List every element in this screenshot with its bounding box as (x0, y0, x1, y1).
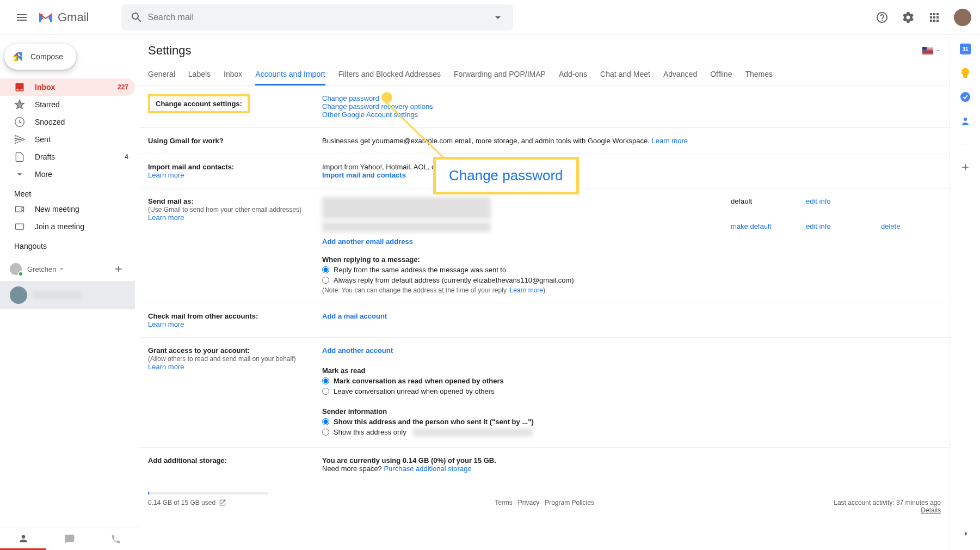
chevron-down-icon (935, 48, 941, 53)
tab-forwarding[interactable]: Forwarding and POP/IMAP (454, 64, 546, 85)
calendar-app-icon[interactable]: 31 (960, 44, 971, 54)
mark-read-radio[interactable] (322, 377, 329, 384)
activity-text: Last account activity: 37 minutes ago (834, 499, 941, 506)
nav-starred[interactable]: Starred (0, 96, 135, 113)
inbox-icon (14, 82, 25, 93)
search-options-icon[interactable] (487, 7, 509, 28)
compose-button[interactable]: Compose (4, 44, 76, 70)
apps-icon[interactable] (923, 7, 945, 28)
tab-accounts[interactable]: Accounts and Import (255, 64, 325, 85)
reply-learn-more-link[interactable]: Learn more (510, 286, 543, 294)
grant-learn-more-link[interactable]: Learn more (148, 363, 184, 371)
change-password-link[interactable]: Change password (322, 94, 379, 102)
tab-themes[interactable]: Themes (745, 64, 773, 85)
storage-used-text: 0.14 GB of 15 GB used (148, 499, 215, 514)
collapse-panel-icon[interactable] (960, 528, 971, 541)
edit-info-link[interactable]: edit info (806, 197, 831, 205)
send-learn-more-link[interactable]: Learn more (148, 213, 184, 222)
privacy-link[interactable]: Privacy (518, 499, 539, 506)
nav-sent[interactable]: Sent (0, 131, 135, 148)
compose-label: Compose (30, 52, 63, 61)
search-input[interactable] (147, 13, 487, 22)
account-avatar[interactable] (954, 9, 971, 26)
svg-rect-13 (964, 77, 967, 78)
search-icon[interactable] (126, 7, 147, 28)
tab-chat[interactable]: Chat and Meet (600, 64, 650, 85)
svg-text:31: 31 (962, 46, 969, 52)
add-contact-icon[interactable] (110, 260, 127, 278)
svg-point-14 (960, 92, 970, 102)
tab-labels[interactable]: Labels (188, 64, 211, 85)
check-label: Check mail from other accounts: (148, 312, 258, 320)
logo-text: Gmail (58, 10, 89, 25)
user-avatar (10, 263, 22, 275)
add-account-link[interactable]: Add another account (322, 346, 393, 355)
hangouts-contacts-tab[interactable] (0, 528, 46, 550)
tab-advanced[interactable]: Advanced (663, 64, 697, 85)
presence-indicator (18, 271, 23, 277)
email-redacted (322, 222, 491, 232)
external-link-icon[interactable] (219, 499, 226, 514)
add-mail-account-link[interactable]: Add a mail account (322, 312, 387, 320)
tasks-app-icon[interactable] (960, 91, 971, 102)
keep-app-icon[interactable] (960, 68, 971, 78)
edit-info-link[interactable]: edit info (806, 222, 831, 230)
default-label: default (731, 197, 752, 205)
import-learn-more-link[interactable]: Learn more (148, 171, 184, 179)
settings-icon[interactable] (897, 7, 919, 28)
import-label: Import mail and contacts: (148, 163, 234, 171)
show-both-radio[interactable] (322, 418, 329, 425)
purchase-storage-link[interactable]: Purchase additional storage (384, 465, 471, 473)
tab-inbox[interactable]: Inbox (224, 64, 242, 85)
nav-drafts[interactable]: Drafts 4 (0, 148, 135, 166)
nav-join-meeting[interactable]: Join a meeting (0, 218, 135, 235)
language-selector[interactable] (922, 47, 941, 54)
reply-always-radio[interactable] (322, 277, 329, 284)
hangouts-current-user[interactable]: Gretchen (0, 257, 135, 281)
tab-offline[interactable]: Offline (710, 64, 732, 85)
tab-filters[interactable]: Filters and Blocked Addresses (338, 64, 441, 85)
video-icon (14, 204, 25, 215)
check-learn-more-link[interactable]: Learn more (148, 320, 184, 328)
conversation-item[interactable] (0, 281, 135, 309)
add-email-link[interactable]: Add another email address (322, 237, 413, 246)
import-mail-link[interactable]: Import mail and contacts (322, 171, 406, 179)
work-learn-more-link[interactable]: Learn more (651, 137, 687, 145)
terms-link[interactable]: Terms (495, 499, 513, 506)
get-addons-icon[interactable] (960, 162, 971, 173)
highlighted-label: Change account settings: (148, 94, 250, 113)
details-link[interactable]: Details (921, 506, 941, 514)
nav-inbox[interactable]: Inbox 227 (0, 78, 135, 96)
make-default-link[interactable]: make default (731, 222, 771, 230)
nav-more[interactable]: More (0, 166, 135, 183)
delete-link[interactable]: delete (881, 222, 900, 230)
compose-icon (11, 50, 24, 63)
recovery-options-link[interactable]: Change password recovery options (322, 102, 433, 111)
address-redacted (413, 429, 533, 436)
storage-need: Need more space? (322, 465, 384, 473)
gmail-logo[interactable]: Gmail (37, 10, 89, 25)
main-menu-button[interactable] (9, 4, 35, 30)
tab-addons[interactable]: Add-ons (559, 64, 587, 85)
leave-unread-radio[interactable] (322, 388, 329, 395)
hangouts-calls-tab[interactable] (93, 528, 139, 550)
svg-rect-8 (922, 53, 933, 53)
tab-general[interactable]: General (148, 64, 175, 85)
policies-link[interactable]: Program Policies (545, 499, 594, 506)
show-only-radio[interactable] (322, 429, 329, 436)
send-label: Send mail as: (148, 197, 194, 205)
nav-snoozed[interactable]: Snoozed (0, 113, 135, 131)
other-account-settings-link[interactable]: Other Google Account settings (322, 111, 418, 119)
page-title: Settings (148, 44, 192, 58)
email-redacted (322, 197, 491, 219)
chevron-down-icon (14, 169, 25, 180)
reply-same-radio[interactable] (322, 266, 329, 273)
sender-heading: Sender information (322, 407, 387, 415)
svg-rect-1 (16, 224, 24, 229)
clock-icon (14, 117, 25, 127)
work-text: Businesses get yourname@example.com emai… (322, 137, 650, 145)
hangouts-chats-tab[interactable] (46, 528, 93, 550)
nav-new-meeting[interactable]: New meeting (0, 200, 135, 218)
contacts-app-icon[interactable] (960, 115, 971, 126)
help-icon[interactable] (871, 7, 893, 28)
